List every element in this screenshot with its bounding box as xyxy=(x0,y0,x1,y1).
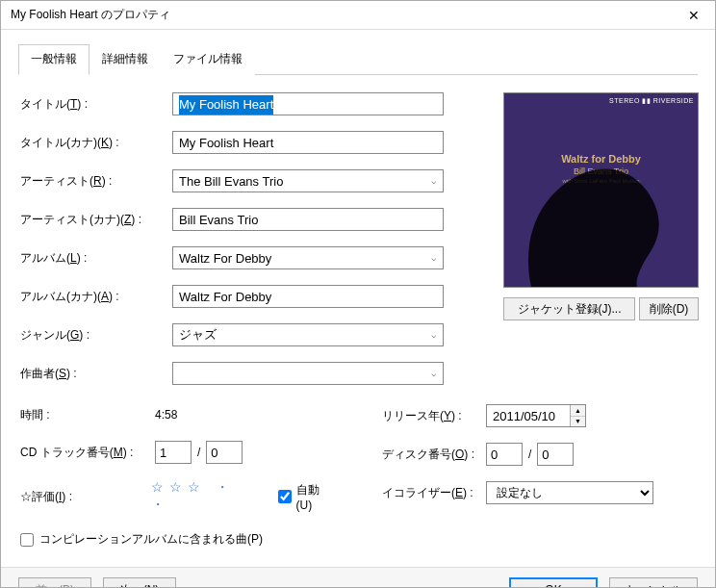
cdtrack-num-input[interactable] xyxy=(155,441,192,464)
prev-button[interactable]: 前へ(B) xyxy=(18,577,91,588)
cover-register-button[interactable]: ジャケット登録(J)... xyxy=(503,297,635,320)
auto-checkbox[interactable] xyxy=(278,490,292,503)
disc-num-input[interactable] xyxy=(486,443,523,466)
release-date-input[interactable] xyxy=(487,405,570,426)
tab-file[interactable]: ファイル情報 xyxy=(161,44,255,75)
label-composer: 作曲者(S) : xyxy=(20,366,172,382)
label-eq: イコライザー(E) : xyxy=(382,485,486,501)
tab-strip: 一般情報 詳細情報 ファイル情報 xyxy=(18,43,698,75)
label-artist-kana: アーティスト(カナ)(Z) : xyxy=(20,212,172,228)
label-release: リリース年(Y) : xyxy=(382,408,486,424)
genre-input[interactable] xyxy=(172,323,444,346)
album-cover: STEREO ▮▮ RIVERSIDE Waltz for Debby Bill… xyxy=(503,92,699,288)
album-input[interactable] xyxy=(172,246,444,269)
eq-select[interactable]: 設定なし xyxy=(486,481,653,504)
label-rating: ☆評価(I) : xyxy=(20,489,151,505)
time-value: 4:58 xyxy=(155,408,177,422)
composer-input[interactable] xyxy=(172,362,444,385)
label-auto: 自動(U) xyxy=(296,482,334,512)
label-title-kana: タイトル(カナ)(K) : xyxy=(20,135,172,151)
label-time: 時間 : xyxy=(20,407,155,423)
cover-delete-button[interactable]: 削除(D) xyxy=(639,297,699,320)
label-album-kana: アルバム(カナ)(A) : xyxy=(20,289,172,305)
slash-text: / xyxy=(523,447,537,461)
label-genre: ジャンル(G) : xyxy=(20,327,172,344)
label-compilation: コンピレーションアルバムに含まれる曲(P) xyxy=(39,531,263,548)
close-button[interactable]: ✕ xyxy=(673,1,715,30)
cdtrack-of-input[interactable] xyxy=(206,441,243,464)
tab-general[interactable]: 一般情報 xyxy=(18,44,90,75)
compilation-checkbox[interactable] xyxy=(20,533,34,547)
cancel-button[interactable]: キャンセル xyxy=(609,577,698,588)
spin-up-button[interactable]: ▲ xyxy=(571,405,585,417)
rating-stars[interactable]: ☆☆☆ ・ ・ xyxy=(151,479,261,514)
label-artist: アーティスト(R) : xyxy=(20,173,172,190)
artist-input[interactable] xyxy=(172,169,444,192)
title-kana-input[interactable] xyxy=(172,131,444,154)
album-kana-input[interactable] xyxy=(172,285,444,308)
label-album: アルバム(L) : xyxy=(20,250,172,267)
label-cdtrack: CD トラック番号(M) : xyxy=(20,445,155,461)
slash-text: / xyxy=(192,446,206,459)
silhouette-icon xyxy=(512,157,676,287)
label-title: タイトル(T) : xyxy=(20,96,172,113)
label-disc: ディスク番号(O) : xyxy=(382,447,486,463)
spin-down-button[interactable]: ▼ xyxy=(571,417,585,427)
tab-detail[interactable]: 詳細情報 xyxy=(90,44,161,75)
cover-brand-text: STEREO ▮▮ RIVERSIDE xyxy=(609,97,694,105)
window-title: My Foolish Heart のプロパティ xyxy=(11,7,673,23)
title-input[interactable]: My Foolish Heart xyxy=(172,92,444,115)
ok-button[interactable]: OK xyxy=(509,577,598,588)
artist-kana-input[interactable] xyxy=(172,208,444,231)
next-button[interactable]: 次へ(N) xyxy=(103,577,176,588)
disc-of-input[interactable] xyxy=(537,443,574,466)
